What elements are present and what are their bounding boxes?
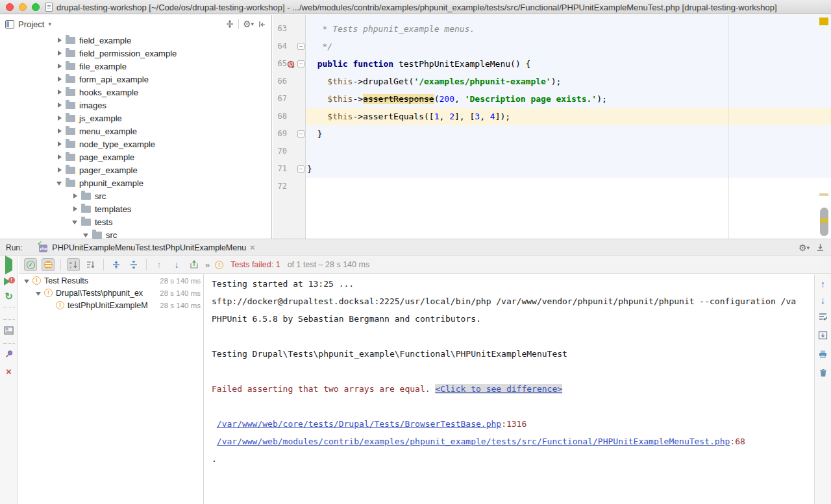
tree-item-tests-src[interactable]: src	[0, 228, 271, 239]
code-editor[interactable]: 63 * Tests phpunit_example menus. 64− */…	[273, 15, 831, 239]
pin-tab-button[interactable]	[5, 350, 14, 361]
code-line-71[interactable]: 71− }	[273, 160, 831, 178]
tree-item-pager_example[interactable]: pager_example	[0, 163, 271, 176]
console-line: sftp://docker@drupaltest.docksal:2225/us…	[212, 296, 813, 314]
title-bar: drupal-testing-workshop [~/Code/os/drupa…	[0, 0, 831, 14]
test-duration: 28 s 140 ms	[160, 289, 203, 297]
tree-item-hooks_example[interactable]: hooks_example	[0, 86, 271, 99]
chevron-right-icon[interactable]	[56, 154, 64, 160]
editor-empty-area[interactable]	[273, 195, 831, 239]
chevron-down-icon[interactable]	[23, 278, 31, 284]
fold-marker-icon[interactable]: −	[297, 130, 304, 138]
show-ignored-toggle[interactable]	[42, 258, 55, 271]
tree-item-field_permission_example[interactable]: field_permission_example	[0, 47, 271, 60]
run-configuration-tab[interactable]: ✓php PHPUnitExampleMenuTest.testPhpUnitE…	[34, 240, 258, 256]
scroll-to-end-button[interactable]	[818, 331, 828, 342]
editor-scrollbar-thumb[interactable]	[820, 208, 828, 236]
previous-failed-test-button[interactable]: ↑	[153, 258, 166, 271]
code-line-65[interactable]: 65 − public function testPhpUnitExampleM…	[273, 55, 831, 73]
fold-marker-icon[interactable]: −	[297, 43, 304, 50]
code-line-69[interactable]: 69− }	[273, 125, 831, 143]
tree-item-src[interactable]: src	[0, 189, 271, 202]
folder-icon	[66, 154, 75, 161]
down-the-stacktrace-button[interactable]: ↓	[821, 296, 826, 305]
zoom-window-button[interactable]	[32, 3, 40, 11]
tree-item-tests[interactable]: tests	[0, 215, 271, 228]
chevron-right-icon[interactable]	[56, 37, 64, 43]
export-test-results-button[interactable]	[188, 258, 201, 271]
tree-item-node_type_example[interactable]: node_type_example	[0, 138, 271, 150]
tree-item-field_example[interactable]: field_example	[0, 34, 271, 47]
test-tree-class-row[interactable]: ! Drupal\Tests\phpunit_ex 28 s 140 ms	[19, 287, 203, 299]
close-run-panel-button[interactable]: ×	[6, 367, 12, 376]
close-tab-icon[interactable]: ×	[250, 244, 255, 252]
code-line-67[interactable]: 67 $this->assertResponse(200, 'Descripti…	[273, 90, 831, 108]
tree-item-js_example[interactable]: js_example	[0, 112, 271, 125]
chevron-right-icon[interactable]	[56, 102, 64, 108]
chevron-right-icon[interactable]	[56, 167, 64, 173]
see-difference-link[interactable]: <Click to see difference>	[435, 384, 562, 394]
code-line-64[interactable]: 64− */	[273, 38, 831, 55]
next-failed-test-button[interactable]: ↓	[170, 258, 183, 271]
test-failed-gutter-icon[interactable]	[287, 60, 295, 71]
hide-panel-icon[interactable]	[816, 243, 825, 252]
more-actions-chevrons-icon[interactable]: »	[205, 260, 210, 270]
test-tree-root-row[interactable]: ! Test Results 28 s 140 ms	[19, 274, 203, 287]
expand-all-button[interactable]	[110, 258, 123, 271]
tree-item-file_example[interactable]: file_example	[0, 60, 271, 73]
tree-item-images[interactable]: images	[0, 99, 271, 112]
settings-gear-icon[interactable]: ⚙▾	[243, 19, 254, 29]
stacktrace-file-link[interactable]: /var/www/web/core/tests/Drupal/Tests/Bro…	[217, 419, 501, 429]
chevron-right-icon[interactable]	[56, 128, 64, 134]
sort-alphabetically-toggle[interactable]: az	[67, 258, 80, 271]
tree-item-phpunit_example[interactable]: phpunit_example	[0, 176, 271, 189]
line-number: 69	[278, 125, 287, 143]
sort-by-duration-button[interactable]	[84, 258, 97, 271]
chevron-down-icon[interactable]: ▾	[48, 21, 51, 27]
chevron-down-icon[interactable]	[35, 290, 43, 296]
code-line-68-current[interactable]: 68 $this->assertEquals([1, 2], [3, 4]);	[273, 108, 831, 125]
chevron-right-icon[interactable]	[56, 141, 64, 147]
tree-item-templates[interactable]: templates	[0, 202, 271, 215]
collapse-all-icon[interactable]	[225, 19, 234, 29]
chevron-down-icon[interactable]	[71, 219, 79, 225]
code-line-63[interactable]: 63 * Tests phpunit_example menus.	[273, 20, 831, 38]
code-line-72[interactable]: 72	[273, 178, 831, 195]
code-line-70[interactable]: 70	[273, 143, 831, 160]
collapse-all-button[interactable]	[127, 258, 140, 271]
rerun-failed-tests-button[interactable]: !	[4, 277, 14, 286]
tree-item-menu_example[interactable]: menu_example	[0, 125, 271, 138]
file-status-indicator[interactable]	[819, 18, 828, 25]
hide-panel-icon[interactable]	[258, 20, 266, 29]
chevron-down-icon[interactable]	[82, 232, 90, 238]
soft-wrap-toggle[interactable]	[818, 312, 828, 324]
chevron-right-icon[interactable]	[56, 63, 64, 69]
restore-layout-button[interactable]	[4, 326, 14, 337]
fold-marker-icon[interactable]: −	[297, 165, 304, 173]
print-icon[interactable]	[818, 350, 828, 361]
code-line-66[interactable]: 66 $this->drupalGet('/examples/phpunit-e…	[273, 73, 831, 90]
chevron-right-icon[interactable]	[56, 115, 64, 121]
show-passed-toggle[interactable]: ✓	[24, 258, 37, 271]
minimize-window-button[interactable]	[19, 3, 27, 11]
chevron-right-icon[interactable]	[56, 89, 64, 95]
chevron-down-icon[interactable]	[56, 180, 64, 186]
clear-all-icon[interactable]	[819, 368, 828, 380]
test-console-output[interactable]: Testing started at 13:25 ... sftp://dock…	[205, 274, 813, 504]
up-the-stacktrace-button[interactable]: ↑	[821, 280, 826, 289]
test-tree-method-row[interactable]: ! testPhpUnitExampleM 28 s 140 ms	[19, 299, 203, 311]
settings-gear-icon[interactable]: ⚙▾	[799, 243, 810, 252]
project-panel-title[interactable]: Project	[18, 19, 44, 29]
tree-item-form_api_example[interactable]: form_api_example	[0, 73, 271, 86]
toggle-auto-test-button[interactable]: ↻	[5, 292, 13, 301]
stacktrace-file-link[interactable]: /var/www/web/modules/contrib/examples/ph…	[217, 437, 730, 446]
close-window-button[interactable]	[6, 3, 14, 11]
rerun-tests-button[interactable]	[5, 259, 12, 271]
tree-item-page_example[interactable]: page_example	[0, 150, 271, 163]
chevron-right-icon[interactable]	[71, 193, 79, 199]
chevron-right-icon[interactable]	[56, 76, 64, 82]
warning-stripe-mark[interactable]	[819, 193, 828, 196]
chevron-right-icon[interactable]	[56, 50, 64, 56]
chevron-right-icon[interactable]	[71, 206, 79, 212]
fold-marker-icon[interactable]: −	[297, 60, 304, 67]
